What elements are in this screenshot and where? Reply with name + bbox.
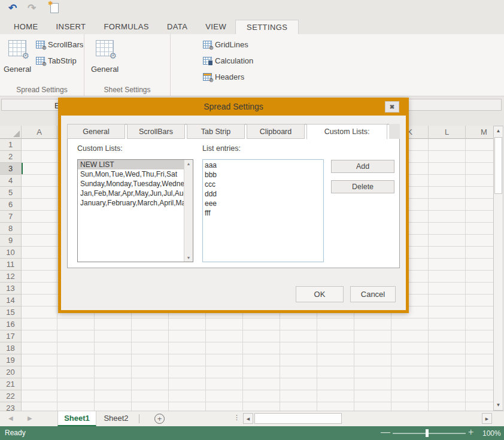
cell-C22[interactable] (95, 390, 132, 402)
cell-B19[interactable] (57, 354, 95, 366)
cell-J19[interactable] (354, 354, 391, 366)
cell-A12[interactable] (22, 271, 57, 283)
column-header-L[interactable]: L (429, 126, 466, 139)
cell-A18[interactable] (22, 342, 57, 354)
dialog-tab-scrollbars[interactable]: ScrollBars (127, 124, 185, 139)
cell-K16[interactable] (391, 318, 429, 330)
cell-E22[interactable] (169, 390, 206, 402)
new-document-icon[interactable] (50, 3, 59, 13)
cell-F20[interactable] (206, 366, 243, 378)
cell-L4[interactable] (429, 175, 466, 187)
row-header-3[interactable]: 3 (0, 163, 22, 175)
cell-I23[interactable] (317, 402, 354, 411)
dialog-close-icon[interactable]: ✖ (385, 101, 399, 113)
row-header-19[interactable]: 19 (0, 354, 22, 366)
ribbon-tab-data[interactable]: DATA (158, 20, 196, 34)
sheet-tab-sheet1[interactable]: Sheet1 (57, 411, 96, 426)
cell-A16[interactable] (22, 318, 57, 330)
cell-K17[interactable] (391, 330, 429, 342)
cell-D18[interactable] (132, 342, 169, 354)
cell-B22[interactable] (57, 390, 95, 402)
spread-general-button[interactable]: General (4, 37, 31, 81)
cell-B20[interactable] (57, 366, 95, 378)
cell-I22[interactable] (317, 390, 354, 402)
cell-A6[interactable] (22, 199, 57, 211)
row-header-22[interactable]: 22 (0, 390, 22, 402)
cell-B16[interactable] (57, 318, 95, 330)
cell-B23[interactable] (57, 402, 95, 411)
cell-F18[interactable] (206, 342, 243, 354)
cell-D17[interactable] (132, 330, 169, 342)
cell-L18[interactable] (429, 342, 466, 354)
row-header-5[interactable]: 5 (0, 187, 22, 199)
cell-C21[interactable] (95, 378, 132, 390)
cell-L9[interactable] (429, 235, 466, 247)
cell-C16[interactable] (95, 318, 132, 330)
cell-I19[interactable] (317, 354, 354, 366)
row-header-20[interactable]: 20 (0, 366, 22, 378)
cell-L12[interactable] (429, 271, 466, 283)
cell-I21[interactable] (317, 378, 354, 390)
ribbon-tab-insert[interactable]: INSERT (47, 20, 95, 34)
cell-D23[interactable] (132, 402, 169, 411)
custom-list-item[interactable]: NEW LIST (78, 160, 193, 169)
cell-J22[interactable] (354, 390, 391, 402)
cell-L16[interactable] (429, 318, 466, 330)
dialog-tab-tab-strip[interactable]: Tab Strip (187, 124, 245, 139)
cell-G22[interactable] (243, 390, 280, 402)
cell-J23[interactable] (354, 402, 391, 411)
cell-L23[interactable] (429, 402, 466, 411)
cell-A2[interactable] (22, 151, 57, 163)
ribbon-tab-view[interactable]: VIEW (196, 20, 235, 34)
horizontal-scrollbar-thumb[interactable] (254, 413, 342, 424)
cell-L7[interactable] (429, 211, 466, 223)
select-all-corner[interactable] (0, 126, 22, 139)
cell-D21[interactable] (132, 378, 169, 390)
row-header-4[interactable]: 4 (0, 175, 22, 187)
cell-A10[interactable] (22, 247, 57, 259)
cell-K19[interactable] (391, 354, 429, 366)
cell-L3[interactable] (429, 163, 466, 175)
cell-G21[interactable] (243, 378, 280, 390)
cancel-button[interactable]: Cancel (350, 286, 396, 302)
row-header-12[interactable]: 12 (0, 271, 22, 283)
ribbon-tab-home[interactable]: HOME (5, 20, 47, 34)
ok-button[interactable]: OK (296, 286, 344, 302)
row-header-6[interactable]: 6 (0, 199, 22, 211)
cell-I18[interactable] (317, 342, 354, 354)
cell-L14[interactable] (429, 295, 466, 307)
row-header-17[interactable]: 17 (0, 330, 22, 342)
cell-A9[interactable] (22, 235, 57, 247)
zoom-out-button[interactable]: — (381, 427, 390, 438)
cell-J20[interactable] (354, 366, 391, 378)
redo-icon[interactable]: ↷ (28, 2, 36, 14)
cell-A3[interactable] (22, 163, 57, 175)
cell-F19[interactable] (206, 354, 243, 366)
cell-C18[interactable] (95, 342, 132, 354)
cell-F16[interactable] (206, 318, 243, 330)
cell-A4[interactable] (22, 175, 57, 187)
undo-icon[interactable]: ↶ (8, 2, 17, 14)
tabstrip-button[interactable]: TabStrip (36, 55, 83, 66)
cell-E23[interactable] (169, 402, 206, 411)
scroll-down-icon[interactable]: ▼ (494, 400, 503, 410)
cell-J18[interactable] (354, 342, 391, 354)
cell-L21[interactable] (429, 378, 466, 390)
row-header-10[interactable]: 10 (0, 247, 22, 259)
cell-E19[interactable] (169, 354, 206, 366)
scroll-up-icon[interactable]: ▲ (494, 126, 503, 136)
cell-A7[interactable] (22, 211, 57, 223)
custom-lists-listbox[interactable]: NEW LISTSun,Mon,Tue,Wed,Thu,Fri,SatSunda… (77, 159, 193, 262)
cell-C19[interactable] (95, 354, 132, 366)
cell-J16[interactable] (354, 318, 391, 330)
row-header-14[interactable]: 14 (0, 295, 22, 307)
cell-L5[interactable] (429, 187, 466, 199)
cell-G23[interactable] (243, 402, 280, 411)
row-header-8[interactable]: 8 (0, 223, 22, 235)
cell-L2[interactable] (429, 151, 466, 163)
zoom-percentage[interactable]: 100% (482, 429, 501, 438)
listbox-scroll-up-icon[interactable]: ▲ (184, 162, 193, 166)
cell-K20[interactable] (391, 366, 429, 378)
cell-H22[interactable] (280, 390, 317, 402)
cell-F23[interactable] (206, 402, 243, 411)
